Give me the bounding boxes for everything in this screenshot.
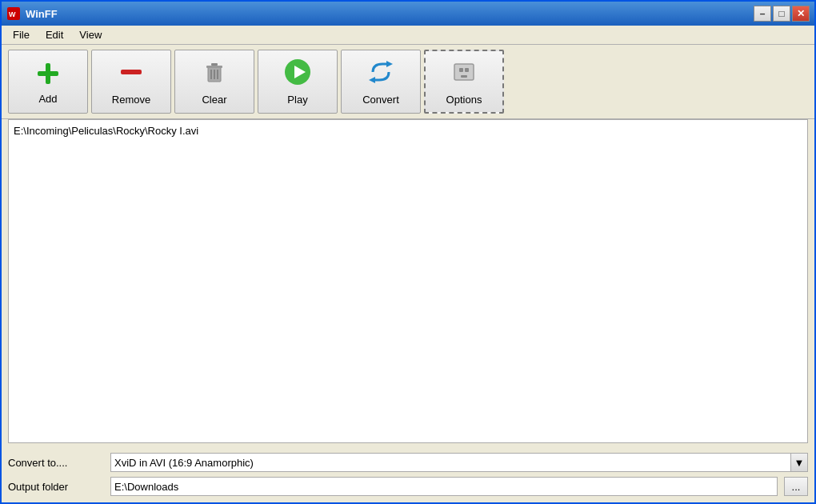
remove-icon (117, 58, 146, 89)
svg-marker-14 (369, 77, 375, 83)
minimize-button[interactable]: – (754, 6, 771, 22)
remove-label: Remove (112, 94, 150, 106)
svg-marker-13 (386, 61, 393, 67)
output-folder-label: Output folder (8, 481, 104, 493)
options-icon (450, 58, 478, 89)
clear-label: Clear (202, 94, 226, 106)
add-button[interactable]: Add (8, 50, 88, 114)
window-controls: – □ ✕ (754, 6, 810, 22)
file-list[interactable]: E:\Incoming\Peliculas\Rocky\Rocky I.avi (8, 119, 808, 443)
convert-to-dropdown-arrow[interactable]: ▼ (790, 453, 808, 472)
add-icon (34, 59, 62, 88)
toolbar: Add Remove (2, 45, 814, 119)
svg-rect-18 (461, 75, 467, 78)
play-button[interactable]: Play (258, 50, 338, 114)
output-folder-input[interactable] (110, 477, 778, 496)
play-icon (283, 58, 312, 89)
convert-to-select[interactable]: XviD in AVI (16:9 Anamorphic) (110, 453, 808, 472)
menu-bar: File Edit View (2, 26, 814, 45)
convert-to-row: Convert to.... XviD in AVI (16:9 Anamorp… (8, 453, 808, 472)
title-bar: W WinFF – □ ✕ (2, 2, 814, 26)
svg-rect-17 (465, 68, 469, 72)
remove-button[interactable]: Remove (91, 50, 171, 114)
convert-icon (366, 58, 395, 89)
maximize-button[interactable]: □ (773, 6, 790, 22)
convert-button[interactable]: Convert (341, 50, 421, 114)
play-label: Play (287, 94, 307, 106)
svg-rect-6 (206, 66, 222, 68)
convert-label: Convert (362, 94, 399, 106)
menu-view[interactable]: View (73, 27, 108, 42)
app-icon: W (6, 6, 21, 21)
svg-rect-3 (38, 71, 58, 76)
window-title: WinFF (26, 8, 754, 20)
file-list-item: E:\Incoming\Peliculas\Rocky\Rocky I.avi (14, 125, 802, 137)
menu-file[interactable]: File (6, 27, 36, 42)
add-label: Add (38, 93, 57, 105)
menu-edit[interactable]: Edit (39, 27, 70, 42)
clear-icon (200, 58, 229, 89)
clear-button[interactable]: Clear (174, 50, 254, 114)
convert-to-select-wrapper: XviD in AVI (16:9 Anamorphic) ▼ (110, 453, 808, 472)
bottom-controls: Convert to.... XviD in AVI (16:9 Anamorp… (2, 450, 814, 502)
close-button[interactable]: ✕ (792, 6, 810, 22)
main-window: W WinFF – □ ✕ File Edit View Add (0, 0, 816, 504)
options-label: Options (446, 94, 482, 106)
browse-button[interactable]: ... (784, 477, 808, 496)
svg-rect-7 (211, 63, 218, 66)
convert-to-label: Convert to.... (8, 457, 104, 469)
options-button[interactable]: Options (424, 50, 504, 114)
svg-rect-4 (121, 70, 142, 74)
svg-rect-16 (459, 68, 463, 72)
output-folder-row: Output folder ... (8, 477, 808, 496)
svg-text:W: W (9, 10, 16, 18)
